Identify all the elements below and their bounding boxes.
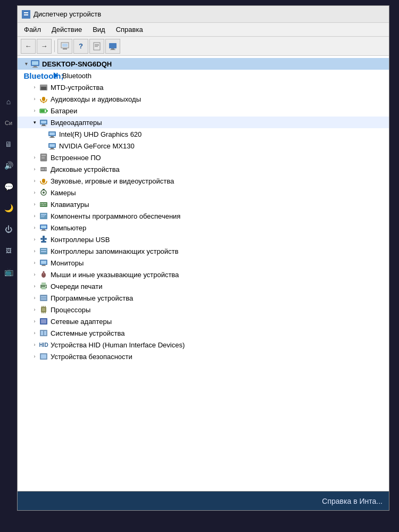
tree-item-disk[interactable]: › Дисковые устройства: [18, 163, 389, 175]
sec-icon: [39, 352, 48, 361]
tree-item-system-devices[interactable]: › Системные устройства: [18, 327, 389, 339]
proc-expand-btn[interactable]: ›: [30, 305, 39, 314]
sys-dev-expand-btn[interactable]: ›: [30, 329, 39, 337]
help-button[interactable]: ?: [73, 39, 88, 54]
audio-expand-btn[interactable]: ›: [30, 95, 39, 103]
tree-item-bluetooth[interactable]: › Bluetooth; Bluetooth: [18, 70, 389, 81]
tree-item-intel[interactable]: Intel(R) UHD Graphics 620: [18, 128, 389, 140]
svg-rect-81: [41, 287, 46, 289]
tree-item-nvidia[interactable]: NVIDIA GeForce MX130: [18, 140, 389, 152]
sw-dev-expand-btn[interactable]: ›: [30, 294, 39, 302]
sidebar-icon-1[interactable]: Си: [3, 117, 14, 129]
root-expand-btn[interactable]: ▾: [22, 60, 30, 68]
window-title: Диспетчер устройств: [34, 10, 101, 18]
tree-item-mice[interactable]: › Мыши и иные указывающие устройства: [18, 269, 389, 280]
sidebar-icon-moon[interactable]: 🌙: [3, 202, 14, 214]
tree-area[interactable]: ▾ DESKTOP-SNG6DQH › Bluetooth;: [18, 56, 389, 491]
screen-button[interactable]: [105, 39, 120, 54]
svg-rect-77: [43, 272, 44, 275]
svg-rect-19: [40, 86, 47, 86]
toolbar-separator-1: [54, 40, 55, 52]
menu-action[interactable]: Действие: [47, 24, 86, 35]
video-expand-btn[interactable]: ▾: [30, 118, 39, 127]
tree-root[interactable]: ▾ DESKTOP-SNG6DQH: [18, 58, 389, 70]
tree-item-sw-devices[interactable]: › Программные устройства: [18, 292, 389, 304]
sidebar-icon-tv[interactable]: 📺: [3, 266, 14, 278]
computer-expand-btn[interactable]: ›: [30, 223, 39, 232]
svg-rect-11: [111, 48, 114, 49]
camera-label: Камеры: [51, 189, 76, 197]
menu-view[interactable]: Вид: [88, 24, 110, 35]
svg-rect-74: [42, 265, 45, 265]
sw-comp-icon: [39, 211, 48, 221]
monitors-expand-btn[interactable]: ›: [30, 259, 39, 267]
disk-expand-btn[interactable]: ›: [30, 165, 39, 173]
nvidia-label: NVIDIA GeForce MX130: [59, 142, 135, 150]
net-expand-btn[interactable]: ›: [30, 317, 39, 326]
sw-comp-expand-btn[interactable]: ›: [30, 212, 39, 220]
video-label: Видеоадаптеры: [51, 119, 102, 127]
camera-expand-btn[interactable]: ›: [30, 188, 39, 197]
tree-item-usb[interactable]: › Контроллеры USB: [18, 234, 389, 245]
svg-rect-5: [63, 48, 67, 49]
sec-expand-btn[interactable]: ›: [30, 352, 39, 361]
hid-expand-btn[interactable]: ›: [30, 340, 39, 349]
toolbar: ← → ?: [18, 37, 389, 56]
tree-item-network[interactable]: › Сетевые адаптеры: [18, 315, 389, 327]
sw-dev-icon: [39, 293, 48, 303]
tree-item-storage[interactable]: › Контроллеры запоминающих устройств: [18, 245, 389, 257]
forward-button[interactable]: →: [37, 39, 52, 54]
tree-item-security[interactable]: › Устройства безопасности: [18, 351, 389, 362]
svg-point-68: [45, 238, 47, 240]
battery-expand-btn[interactable]: ›: [30, 106, 39, 115]
svg-rect-36: [51, 148, 54, 149]
menu-file[interactable]: Файл: [20, 24, 45, 35]
tree-item-mtd[interactable]: › MTD-устройства: [18, 81, 389, 93]
firmware-expand-btn[interactable]: ›: [30, 153, 39, 162]
svg-rect-75: [41, 265, 46, 266]
svg-rect-31: [49, 132, 55, 135]
usb-expand-btn[interactable]: ›: [30, 235, 39, 244]
sidebar-icon-image[interactable]: 🖼: [3, 245, 14, 256]
tree-item-firmware[interactable]: › Встроенное ПО: [18, 152, 389, 163]
back-button[interactable]: ←: [21, 39, 36, 54]
sidebar-icon-monitor[interactable]: 🖥: [3, 138, 14, 150]
svg-rect-96: [43, 323, 45, 325]
svg-rect-85: [41, 298, 46, 300]
tree-item-camera[interactable]: › Камеры: [18, 187, 389, 198]
keyboard-expand-btn[interactable]: ›: [30, 200, 39, 209]
tree-item-battery[interactable]: › Батареи: [18, 105, 389, 117]
svg-rect-24: [46, 110, 48, 112]
menu-help[interactable]: Справка: [112, 24, 147, 35]
tree-item-audio[interactable]: › Аудиовходы и аудиовыходы: [18, 93, 389, 105]
sound-icon: [39, 176, 48, 186]
mtd-label: MTD-устройства: [51, 84, 103, 92]
sidebar-icon-chat[interactable]: 💬: [3, 181, 14, 193]
tree-item-hid[interactable]: › HID Устройства HID (Human Interface De…: [18, 339, 389, 351]
svg-rect-64: [41, 230, 46, 231]
sidebar-icon-sound[interactable]: 🔊: [3, 160, 14, 171]
sidebar-icon-power[interactable]: ⏻: [3, 223, 14, 235]
firmware-icon: [39, 153, 48, 162]
tree-item-computer[interactable]: › Компьютер: [18, 222, 389, 234]
mtd-expand-btn[interactable]: ›: [30, 83, 39, 92]
storage-expand-btn[interactable]: ›: [30, 247, 39, 255]
mice-expand-btn[interactable]: ›: [30, 270, 39, 279]
print-label: Очереди печати: [51, 282, 103, 290]
sound-expand-btn[interactable]: ›: [30, 177, 39, 185]
tree-item-video[interactable]: ▾ Видеоадаптеры: [18, 117, 389, 128]
tree-item-print[interactable]: › Очереди печати: [18, 280, 389, 292]
tree-item-software-components[interactable]: › Компоненты программного обеспечения: [18, 210, 389, 222]
properties-button-2[interactable]: [89, 39, 104, 54]
tree-item-monitors[interactable]: › Мониторы: [18, 257, 389, 269]
status-bar: Справка в Инта...: [18, 491, 389, 510]
menu-bar: Файл Действие Вид Справка: [18, 23, 389, 37]
properties-button[interactable]: [57, 39, 72, 54]
root-icon: [30, 59, 40, 69]
tree-item-keyboard[interactable]: › Клавиатуры: [18, 198, 389, 210]
nvidia-icon: [47, 141, 57, 151]
tree-item-processors[interactable]: › Процессоры: [18, 304, 389, 315]
sidebar-icon-home[interactable]: ⌂: [3, 96, 14, 107]
tree-item-sound[interactable]: › Звуковые, игровые и видеоустройства: [18, 175, 389, 187]
print-expand-btn[interactable]: ›: [30, 282, 39, 290]
